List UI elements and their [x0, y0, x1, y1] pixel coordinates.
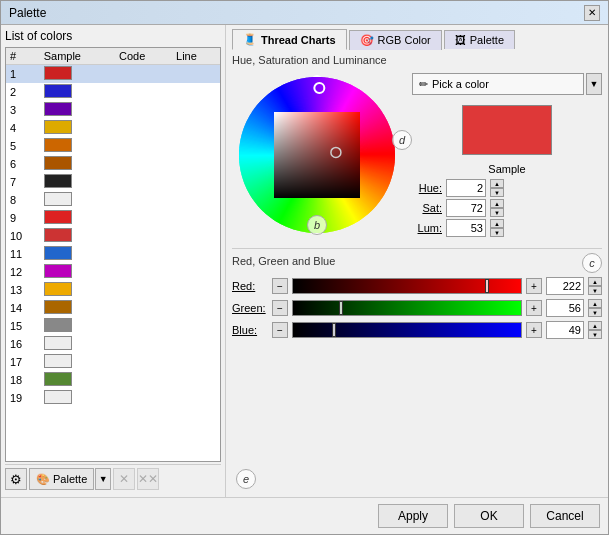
hue-input[interactable] [446, 179, 486, 197]
row-swatch [40, 245, 115, 263]
list-item[interactable]: 13 [6, 281, 220, 299]
sat-down-btn[interactable]: ▼ [490, 208, 504, 217]
row-line [172, 209, 220, 227]
list-of-colors-title: List of colors [5, 29, 221, 43]
row-num: 7 [6, 173, 40, 191]
blue-slider[interactable] [292, 322, 522, 338]
label-d: d [392, 130, 412, 150]
row-code [115, 101, 172, 119]
lum-up-btn[interactable]: ▲ [490, 219, 504, 228]
palette-dropdown-arrow[interactable]: ▼ [95, 468, 111, 490]
list-item[interactable]: 1 [6, 65, 220, 84]
green-down-btn[interactable]: ▼ [588, 308, 602, 317]
row-num: 5 [6, 137, 40, 155]
row-line [172, 119, 220, 137]
blue-row: Blue: − + ▲ ▼ [232, 321, 602, 339]
row-swatch [40, 353, 115, 371]
list-item[interactable]: 5 [6, 137, 220, 155]
pick-color-dropdown[interactable]: ▼ [586, 73, 602, 95]
green-input[interactable] [546, 299, 584, 317]
list-item[interactable]: 9 [6, 209, 220, 227]
list-item[interactable]: 18 [6, 371, 220, 389]
row-num: 8 [6, 191, 40, 209]
row-swatch [40, 209, 115, 227]
hue-row: Hue: ▲ ▼ [412, 179, 602, 197]
row-code [115, 245, 172, 263]
list-item[interactable]: 15 [6, 317, 220, 335]
gear-icon: ⚙ [10, 472, 22, 487]
red-input[interactable] [546, 277, 584, 295]
cancel-button[interactable]: Cancel [530, 504, 600, 528]
list-item[interactable]: 16 [6, 335, 220, 353]
sat-up-btn[interactable]: ▲ [490, 199, 504, 208]
rgb-section-title: Red, Green and Blue [232, 255, 582, 267]
tab-rgb-color[interactable]: 🎯 RGB Color [349, 30, 442, 50]
hue-up-btn[interactable]: ▲ [490, 179, 504, 188]
row-code [115, 353, 172, 371]
row-line [172, 389, 220, 407]
red-down-btn[interactable]: ▼ [588, 286, 602, 295]
red-plus-btn[interactable]: + [526, 278, 542, 294]
green-slider[interactable] [292, 300, 522, 316]
apply-button[interactable]: Apply [378, 504, 448, 528]
red-up-btn[interactable]: ▲ [588, 277, 602, 286]
green-minus-btn[interactable]: − [272, 300, 288, 316]
row-swatch [40, 173, 115, 191]
row-swatch [40, 137, 115, 155]
left-toolbar: ⚙ 🎨 Palette ▼ ✕ ✕✕ [5, 464, 221, 493]
blue-input[interactable] [546, 321, 584, 339]
left-panel: List of colors # Sample Code Line 1 [1, 25, 226, 497]
blue-down-btn[interactable]: ▼ [588, 330, 602, 339]
list-item[interactable]: 14 [6, 299, 220, 317]
green-plus-btn[interactable]: + [526, 300, 542, 316]
color-table[interactable]: # Sample Code Line 1 2 3 [5, 47, 221, 462]
row-code [115, 317, 172, 335]
list-item[interactable]: 7 [6, 173, 220, 191]
red-slider[interactable] [292, 278, 522, 294]
sat-input[interactable] [446, 199, 486, 217]
list-item[interactable]: 6 [6, 155, 220, 173]
list-item[interactable]: 19 [6, 389, 220, 407]
close-button[interactable]: ✕ [584, 5, 600, 21]
tab-thread-charts[interactable]: 🧵 Thread Charts [232, 29, 347, 50]
blue-plus-btn[interactable]: + [526, 322, 542, 338]
color-wheel-container[interactable]: b [232, 70, 402, 240]
settings-button[interactable]: ⚙ [5, 468, 27, 490]
label-e: e [236, 469, 256, 489]
main-content: List of colors # Sample Code Line 1 [1, 25, 608, 497]
lum-input[interactable] [446, 219, 486, 237]
row-num: 19 [6, 389, 40, 407]
list-item[interactable]: 17 [6, 353, 220, 371]
row-code [115, 83, 172, 101]
row-num: 14 [6, 299, 40, 317]
row-code [115, 299, 172, 317]
hsl-section-title: Hue, Saturation and Luminance [232, 54, 602, 66]
row-swatch [40, 101, 115, 119]
list-item[interactable]: 8 [6, 191, 220, 209]
list-item[interactable]: 3 [6, 101, 220, 119]
right-panel: 🧵 Thread Charts 🎯 RGB Color 🖼 Palette Hu… [226, 25, 608, 497]
pick-color-button[interactable]: ✏ Pick a color [412, 73, 584, 95]
row-num: 18 [6, 371, 40, 389]
hue-down-btn[interactable]: ▼ [490, 188, 504, 197]
blue-minus-btn[interactable]: − [272, 322, 288, 338]
palette-selector-button[interactable]: 🎨 Palette [29, 468, 94, 490]
row-line [172, 353, 220, 371]
tab-palette[interactable]: 🖼 Palette [444, 30, 515, 49]
green-up-btn[interactable]: ▲ [588, 299, 602, 308]
list-item[interactable]: 2 [6, 83, 220, 101]
rgb-title-row: Red, Green and Blue c [232, 253, 602, 273]
ok-button[interactable]: OK [454, 504, 524, 528]
list-item[interactable]: 10 [6, 227, 220, 245]
rgb-color-icon: 🎯 [360, 34, 374, 47]
lum-down-btn[interactable]: ▼ [490, 228, 504, 237]
list-item[interactable]: 4 [6, 119, 220, 137]
list-item[interactable]: 11 [6, 245, 220, 263]
blue-up-btn[interactable]: ▲ [588, 321, 602, 330]
red-minus-btn[interactable]: − [272, 278, 288, 294]
list-item[interactable]: 12 [6, 263, 220, 281]
row-num: 1 [6, 65, 40, 84]
blue-label: Blue: [232, 324, 268, 336]
green-label: Green: [232, 302, 268, 314]
row-num: 15 [6, 317, 40, 335]
